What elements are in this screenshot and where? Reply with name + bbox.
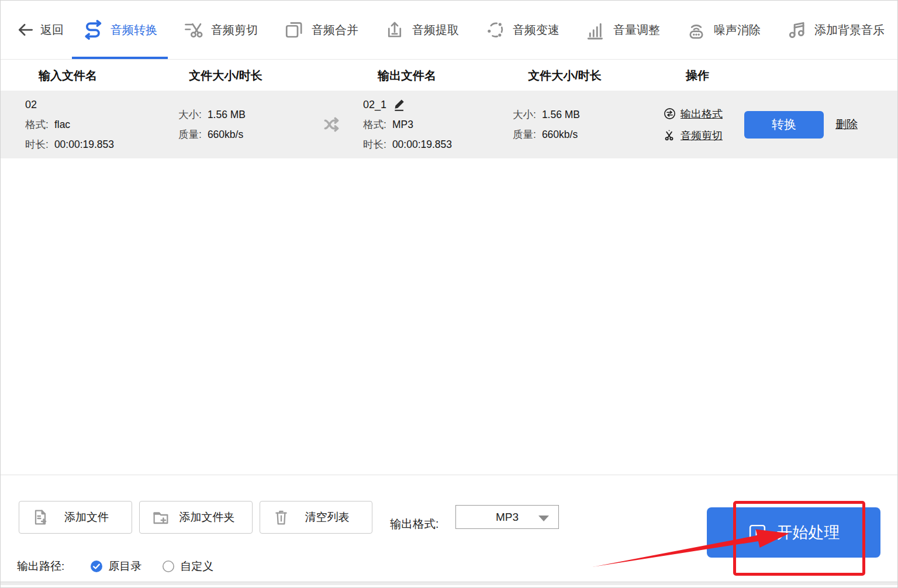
scissors-icon <box>663 129 676 142</box>
output-file-name: 02_1 <box>363 97 386 113</box>
back-button[interactable]: 返回 <box>17 21 64 39</box>
output-format-link[interactable]: 输出格式 <box>663 107 740 121</box>
output-path-label: 输出路径: <box>17 559 64 574</box>
tab-volume-adjust[interactable]: 音量调整 <box>572 1 673 59</box>
radio-unchecked-icon <box>162 560 175 573</box>
radio-original-directory[interactable]: 原目录 <box>90 559 141 574</box>
tab-label: 添加背景音乐 <box>814 22 885 38</box>
input-quality-value: 660kb/s <box>208 127 243 143</box>
add-folder-button[interactable]: 添加文件夹 <box>139 501 253 534</box>
output-path-row: 输出路径: 原目录 自定义 <box>17 559 213 574</box>
tab-label: 音频转换 <box>110 22 157 38</box>
audio-cut-link[interactable]: 音频剪切 <box>663 129 740 143</box>
tab-label: 音量调整 <box>613 22 660 38</box>
top-toolbar: 返回 音频转换 音频剪切 音频合并 <box>1 1 897 60</box>
audio-merge-icon <box>284 19 305 40</box>
app-window: 返回 音频转换 音频剪切 音频合并 <box>0 0 898 588</box>
play-icon <box>748 523 767 542</box>
tab-label: 噪声消除 <box>714 22 761 38</box>
start-processing-button[interactable]: 开始处理 <box>707 507 880 558</box>
radio-custom-directory[interactable]: 自定义 <box>162 559 213 574</box>
tab-audio-speed[interactable]: 音频变速 <box>472 1 572 59</box>
input-format-value: flac <box>54 117 70 133</box>
add-file-icon <box>31 508 50 527</box>
header-output-size-duration: 文件大小/时长 <box>498 68 632 84</box>
tab-label: 音频合并 <box>312 22 358 38</box>
tab-noise-removal[interactable]: 噪声消除 <box>673 1 773 59</box>
clear-list-button[interactable]: 清空列表 <box>260 501 372 534</box>
row-operations-cell: 输出格式 音频剪切 <box>645 107 740 143</box>
output-size-cell: 大小:1.56 MB 质量:660kb/s <box>500 107 645 143</box>
table-header: 输入文件名 文件大小/时长 输出文件名 文件大小/时长 操作 <box>1 60 897 91</box>
tab-label: 音频变速 <box>513 22 559 38</box>
chevron-down-icon <box>538 516 549 521</box>
bottom-panel: 添加文件 添加文件夹 清空列表 输出格式: MP3 开始处理 输出路 <box>1 475 897 585</box>
format-selected-value: MP3 <box>496 511 519 524</box>
volume-adjust-icon <box>585 19 606 40</box>
convert-button[interactable]: 转换 <box>744 111 824 139</box>
output-quality-value: 660kb/s <box>542 127 578 143</box>
feature-tabs: 音频转换 音频剪切 音频合并 音频提取 <box>70 1 897 59</box>
edit-name-icon[interactable] <box>392 98 407 113</box>
tab-add-bgm[interactable]: 添加背景音乐 <box>773 1 897 59</box>
tab-label: 音频剪切 <box>211 22 258 38</box>
header-input-filename: 输入文件名 <box>1 68 135 84</box>
output-file-cell: 02_1 格式:MP3 时长:00:00:19.853 <box>353 97 500 153</box>
back-label: 返回 <box>40 22 64 38</box>
input-size-value: 1.56 MB <box>208 107 246 123</box>
add-folder-icon <box>151 508 170 527</box>
table-row: 02 格式:flac 时长:00:00:19.853 大小:1.56 MB 质量… <box>1 91 897 158</box>
back-arrow-icon <box>17 21 34 39</box>
input-file-name: 02 <box>25 97 37 113</box>
output-format-value: MP3 <box>392 117 413 133</box>
header-input-size-duration: 文件大小/时长 <box>135 68 316 84</box>
music-note-icon <box>786 19 807 40</box>
radio-checked-icon <box>90 560 103 573</box>
audio-speed-icon <box>485 19 506 40</box>
tab-label: 音频提取 <box>412 22 459 38</box>
output-format-select[interactable]: MP3 <box>455 505 559 529</box>
tab-audio-merge[interactable]: 音频合并 <box>271 1 371 59</box>
format-swap-icon <box>663 107 676 120</box>
tab-audio-cut[interactable]: 音频剪切 <box>170 1 271 59</box>
header-operations: 操作 <box>632 68 763 84</box>
input-size-cell: 大小:1.56 MB 质量:660kb/s <box>178 107 313 143</box>
tab-audio-convert[interactable]: 音频转换 <box>70 1 170 59</box>
shuffle-icon <box>313 114 353 135</box>
window-bottom-edge <box>1 582 897 585</box>
header-output-filename: 输出文件名 <box>316 68 498 84</box>
trash-icon <box>272 508 291 527</box>
output-format-label: 输出格式: <box>390 516 438 532</box>
audio-extract-icon <box>384 19 405 40</box>
noise-removal-icon <box>686 19 707 40</box>
add-file-button[interactable]: 添加文件 <box>19 501 132 534</box>
input-file-cell: 02 格式:flac 时长:00:00:19.853 <box>25 97 178 153</box>
tab-audio-extract[interactable]: 音频提取 <box>371 1 472 59</box>
delete-link[interactable]: 删除 <box>835 118 858 130</box>
input-duration-value: 00:00:19.853 <box>54 137 114 153</box>
audio-convert-icon <box>82 19 103 40</box>
output-duration-value: 00:00:19.853 <box>392 137 452 153</box>
output-size-value: 1.56 MB <box>542 107 580 123</box>
audio-cut-icon <box>183 19 204 40</box>
